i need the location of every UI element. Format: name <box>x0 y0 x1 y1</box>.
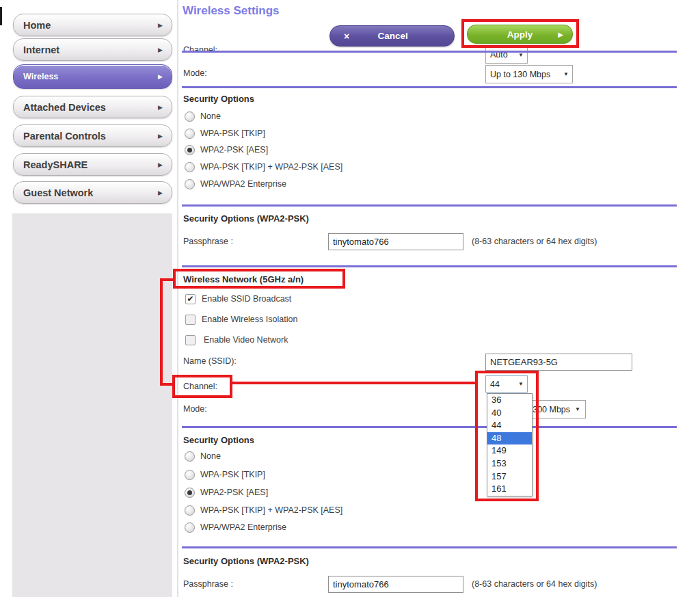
radio-wpa2-psk-aes-24g[interactable]: WPA2-PSK [AES] <box>185 144 268 156</box>
mode-label-24g: Mode: <box>183 68 207 78</box>
ssid-label-5g: Name (SSID): <box>183 356 237 366</box>
radio-icon[interactable] <box>185 129 195 139</box>
passphrase-label-24g: Passphrase : <box>183 237 233 246</box>
annotation-connector-vertical <box>160 278 163 386</box>
passphrase-input-24g[interactable]: tinytomato766 <box>328 233 463 250</box>
wireless-network-5g-heading: Wireless Network (5GHz a/n) <box>183 274 304 284</box>
sidebar-content-divider <box>177 0 178 597</box>
mode-label-5g: Mode: <box>183 404 207 414</box>
sidebar-item-label: Internet <box>23 44 59 55</box>
section-divider <box>182 86 677 88</box>
wpa2-psk-heading-24g: Security Options (WPA2-PSK) <box>183 213 309 224</box>
radio-icon[interactable] <box>185 451 195 462</box>
radio-wpa-psk-tkip-24g[interactable]: WPA-PSK [TKIP] <box>185 127 265 140</box>
sidebar-item-attached-devices[interactable]: Attached Devices ▶ <box>13 96 172 118</box>
sidebar-item-internet[interactable]: Internet ▶ <box>13 38 172 61</box>
chevron-right-icon: ▶ <box>158 104 163 111</box>
close-icon: × <box>344 31 349 42</box>
chevron-right-icon: ▶ <box>158 189 163 196</box>
router-admin-page: Home ▶ Internet ▶ Wireless ▶ Attached De… <box>0 0 700 597</box>
screen-edge-artifact <box>0 7 2 25</box>
radio-icon[interactable] <box>185 505 195 516</box>
section-divider <box>182 51 677 53</box>
passphrase-input-5g[interactable]: tinytomato766 <box>328 576 463 593</box>
checkbox-enable-ssid-broadcast[interactable]: ✔ Enable SSID Broadcast <box>185 293 291 304</box>
section-divider <box>182 426 677 428</box>
annotation-connector-bottom <box>160 383 172 386</box>
sidebar-item-parental-controls[interactable]: Parental Controls ▶ <box>13 124 172 147</box>
sidebar-item-home[interactable]: Home ▶ <box>13 14 172 36</box>
checkbox-icon[interactable] <box>185 315 196 325</box>
radio-none-5g[interactable]: None <box>185 450 221 462</box>
radio-wpa-enterprise-24g[interactable]: WPA/WPA2 Enterprise <box>185 178 286 190</box>
sidebar-item-readyshare[interactable]: ReadySHARE ▶ <box>13 153 172 176</box>
section-divider <box>182 546 677 548</box>
sidebar-item-label: ReadySHARE <box>23 159 88 170</box>
mode-select-24g[interactable]: Up to 130 Mbps ▼ <box>485 65 573 83</box>
sidebar-item-label: Home <box>23 20 51 31</box>
checkbox-icon[interactable] <box>185 335 196 345</box>
sidebar-item-label: Guest Network <box>23 187 93 198</box>
sidebar-item-label: Wireless <box>23 72 58 81</box>
passphrase-hint-5g: (8-63 characters or 64 hex digits) <box>472 579 597 589</box>
radio-none-24g[interactable]: None <box>185 110 221 122</box>
checkbox-enable-wireless-isolation[interactable]: Enable Wireless Isolation <box>185 314 297 325</box>
annotation-box-channel-dropdown <box>475 371 539 501</box>
sidebar-item-label: Attached Devices <box>23 102 106 113</box>
chevron-right-icon: ▶ <box>158 22 163 29</box>
radio-icon[interactable] <box>185 162 195 172</box>
annotation-box-apply <box>461 19 579 48</box>
radio-wpa2-psk-aes-5g[interactable]: WPA2-PSK [AES] <box>185 486 268 499</box>
page-title: Wireless Settings <box>183 4 280 18</box>
chevron-right-icon: ▶ <box>158 133 163 140</box>
section-divider <box>182 265 677 267</box>
chevron-down-icon: ▼ <box>563 71 572 77</box>
select-value: Up to 130 Mbps <box>486 70 550 79</box>
radio-wpa-mixed-5g[interactable]: WPA-PSK [TKIP] + WPA2-PSK [AES] <box>185 504 342 516</box>
radio-wpa-psk-tkip-5g[interactable]: WPA-PSK [TKIP] <box>185 468 265 481</box>
checkbox-enable-video-network[interactable]: Enable Video Network <box>185 334 288 345</box>
radio-icon[interactable] <box>185 522 195 533</box>
chevron-right-icon: ▶ <box>158 47 163 53</box>
sidebar-item-label: Parental Controls <box>23 131 106 142</box>
chevron-down-icon: ▼ <box>575 406 585 412</box>
chevron-right-icon: ▶ <box>158 161 163 168</box>
sidebar-item-guest-network[interactable]: Guest Network ▶ <box>13 181 172 204</box>
section-divider <box>182 204 677 207</box>
channel-select-24g[interactable]: Auto ▼ <box>485 46 528 64</box>
radio-wpa-enterprise-5g[interactable]: WPA/WPA2 Enterprise <box>185 521 286 533</box>
wpa2-psk-heading-5g: Security Options (WPA2-PSK) <box>183 556 309 566</box>
annotation-box-channel-label <box>172 375 232 398</box>
radio-selected-icon[interactable] <box>185 488 195 498</box>
passphrase-label-5g: Passphrase : <box>183 579 233 589</box>
security-options-heading-5g: Security Options <box>183 435 254 445</box>
annotation-connector-horizontal <box>232 382 475 384</box>
security-options-heading-24g: Security Options <box>183 94 254 104</box>
radio-icon[interactable] <box>185 111 195 122</box>
radio-wpa-mixed-24g[interactable]: WPA-PSK [TKIP] + WPA2-PSK [AES] <box>185 161 342 173</box>
sidebar-background-panel <box>12 213 172 597</box>
radio-icon[interactable] <box>185 470 195 480</box>
radio-selected-icon[interactable] <box>185 145 195 155</box>
passphrase-hint-24g: (8-63 characters or 64 hex digits) <box>472 237 597 246</box>
cancel-button[interactable]: × Cancel <box>329 25 455 47</box>
ssid-input-5g[interactable]: NETGEAR93-5G <box>485 354 632 371</box>
chevron-right-icon: ▶ <box>158 73 163 80</box>
radio-icon[interactable] <box>185 179 195 189</box>
checkbox-checked-icon[interactable]: ✔ <box>185 294 196 304</box>
sidebar-item-wireless[interactable]: Wireless ▶ <box>13 64 172 89</box>
cancel-button-label: Cancel <box>349 31 436 41</box>
channel-label-24g: Channel: <box>183 45 217 55</box>
